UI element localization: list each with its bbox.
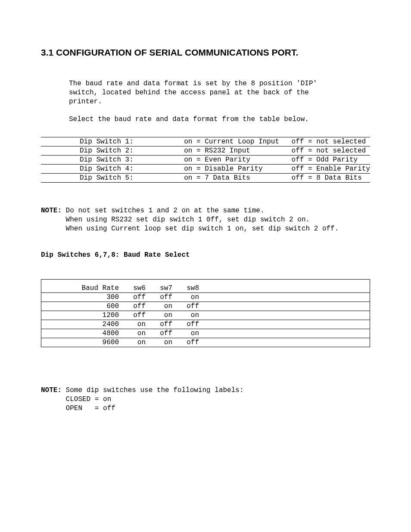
- switch-label: Dip Switch 4:: [41, 165, 184, 174]
- baud-cell-sw7: on: [146, 302, 172, 311]
- spacer: [199, 293, 370, 302]
- note-2-label: NOTE:: [41, 386, 62, 394]
- baud-cell-sw6: on: [119, 329, 146, 338]
- baud-header-sw7: sw7: [146, 280, 172, 293]
- switch-label: Dip Switch 2:: [41, 146, 184, 156]
- table-row: 300offoffon: [41, 293, 370, 302]
- switch-label: Dip Switch 1:: [41, 137, 184, 146]
- baud-cell-sw6: off: [119, 311, 146, 320]
- baud-cell-sw6: on: [119, 338, 146, 347]
- baud-cell-rate: 300: [41, 293, 119, 302]
- switch-on: on = Disable Parity: [184, 165, 291, 174]
- spacer: [199, 280, 370, 293]
- baud-cell-sw8: on: [172, 293, 199, 302]
- baud-cell-rate: 9600: [41, 338, 119, 347]
- intro-paragraph-2: Select the baud rate and data format fro…: [69, 115, 370, 124]
- spacer: [199, 320, 370, 329]
- table-row: Dip Switch 5:on = 7 Data Bitsoff = 8 Dat…: [41, 174, 370, 183]
- baud-header-sw8: sw8: [172, 280, 199, 293]
- baud-cell-rate: 2400: [41, 320, 119, 329]
- baud-cell-sw8: on: [172, 329, 199, 338]
- switch-off: off = Odd Parity: [292, 156, 370, 165]
- baud-cell-sw6: on: [119, 320, 146, 329]
- spacer: [199, 338, 370, 347]
- page: 3.1 CONFIGURATION OF SERIAL COMMUNICATIO…: [0, 0, 411, 532]
- baud-header-sw6: sw6: [119, 280, 146, 293]
- table-row: Dip Switch 3:on = Even Parityoff = Odd P…: [41, 156, 370, 165]
- baud-cell-sw7: off: [146, 320, 172, 329]
- switch-off: off = Enable Parity: [292, 165, 370, 174]
- baud-cell-rate: 1200: [41, 311, 119, 320]
- table-row: 9600ononoff: [41, 338, 370, 347]
- baud-cell-sw8: off: [172, 302, 199, 311]
- switch-on: on = Current Loop Input: [184, 137, 291, 146]
- note-2: NOTE: Some dip switches use the followin…: [41, 386, 370, 413]
- table-row: Dip Switch 1:on = Current Loop Inputoff …: [41, 137, 370, 146]
- switch-on: on = RS232 Input: [184, 146, 291, 156]
- note-1-label: NOTE:: [41, 207, 62, 215]
- note-1: NOTE: Do not set switches 1 and 2 on at …: [41, 206, 370, 233]
- baud-cell-sw7: off: [146, 329, 172, 338]
- spacer: [199, 302, 370, 311]
- baud-cell-sw6: off: [119, 302, 146, 311]
- table-row: Dip Switch 2:on = RS232 Inputoff = not s…: [41, 146, 370, 156]
- switch-off: off = not selected: [292, 137, 370, 146]
- baud-cell-sw7: on: [146, 311, 172, 320]
- baud-subheading: Dip Switches 6,7,8: Baud Rate Select: [41, 251, 370, 260]
- baud-header-rate: Baud Rate: [41, 280, 119, 293]
- intro-paragraph-1: The baud rate and data format is set by …: [69, 79, 370, 106]
- baud-cell-rate: 4800: [41, 329, 119, 338]
- table-row: 4800onoffon: [41, 329, 370, 338]
- baud-cell-sw8: off: [172, 338, 199, 347]
- baud-cell-sw6: off: [119, 293, 146, 302]
- note-1-body: Do not set switches 1 and 2 on at the sa…: [41, 207, 339, 233]
- section-heading: 3.1 CONFIGURATION OF SERIAL COMMUNICATIO…: [41, 47, 370, 58]
- dip-switch-table: Dip Switch 1:on = Current Loop Inputoff …: [41, 137, 370, 183]
- switch-on: on = 7 Data Bits: [184, 174, 291, 183]
- spacer: [199, 311, 370, 320]
- table-header-row: Baud Ratesw6sw7sw8: [41, 280, 370, 293]
- note-2-body: Some dip switches use the following labe…: [41, 386, 243, 412]
- baud-cell-sw8: off: [172, 320, 199, 329]
- switch-off: off = 8 Data Bits: [292, 174, 370, 183]
- table-row: 2400onoffoff: [41, 320, 370, 329]
- table-row: 600offonoff: [41, 302, 370, 311]
- baud-cell-sw7: on: [146, 338, 172, 347]
- baud-cell-rate: 600: [41, 302, 119, 311]
- switch-label: Dip Switch 5:: [41, 174, 184, 183]
- table-row: Dip Switch 4:on = Disable Parityoff = En…: [41, 165, 370, 174]
- switch-off: off = not selected: [292, 146, 370, 156]
- spacer: [199, 329, 370, 338]
- baud-cell-sw7: off: [146, 293, 172, 302]
- switch-label: Dip Switch 3:: [41, 156, 184, 165]
- table-row: 1200offonon: [41, 311, 370, 320]
- baud-cell-sw8: on: [172, 311, 199, 320]
- baud-rate-table: Baud Ratesw6sw7sw8300offoffon600offonoff…: [41, 279, 370, 347]
- switch-on: on = Even Parity: [184, 156, 291, 165]
